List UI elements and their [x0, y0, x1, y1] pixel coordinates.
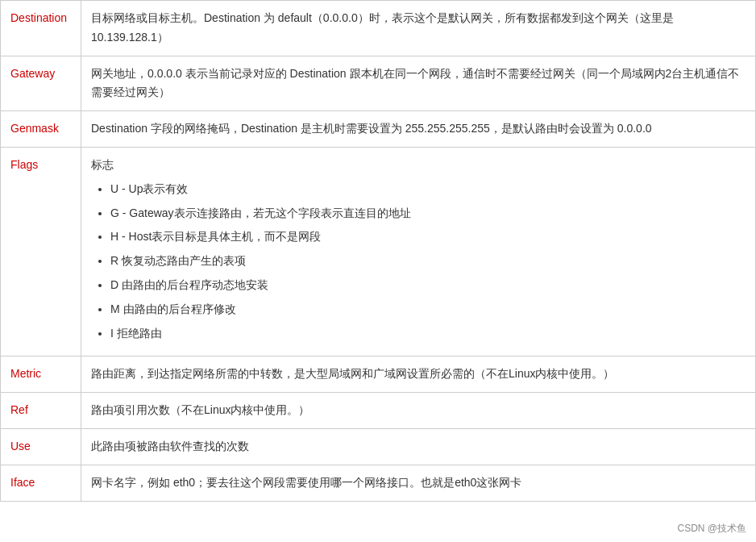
- flag-item: R 恢复动态路由产生的表项: [110, 252, 746, 271]
- table-row: Ref路由项引用次数（不在Linux内核中使用。）: [1, 393, 756, 429]
- row-content-genmask: Destination 字段的网络掩码，Destination 是主机时需要设置…: [81, 111, 756, 148]
- row-content-gateway: 网关地址，0.0.0.0 表示当前记录对应的 Destination 跟本机在同…: [81, 56, 756, 111]
- flags-title: 标志: [91, 156, 746, 175]
- row-content-use: 此路由项被路由软件查找的次数: [81, 428, 756, 465]
- flag-item: H - Host表示目标是具体主机，而不是网段: [110, 227, 746, 247]
- table-row: Flags标志U - Up表示有效G - Gateway表示连接路由，若无这个字…: [1, 147, 756, 356]
- flag-item: G - Gateway表示连接路由，若无这个字段表示直连目的地址: [110, 204, 746, 223]
- watermark: CSDN @技术鱼: [677, 522, 746, 536]
- flags-list: U - Up表示有效G - Gateway表示连接路由，若无这个字段表示直连目的…: [91, 180, 746, 344]
- row-label-metric: Metric: [1, 356, 81, 393]
- row-label-ref: Ref: [1, 393, 81, 429]
- flag-item: U - Up表示有效: [110, 180, 746, 199]
- row-label-use: Use: [1, 428, 81, 465]
- routing-table: Destination目标网络或目标主机。Destination 为 defau…: [0, 0, 756, 502]
- row-content-iface: 网卡名字，例如 eth0；要去往这个网段需要使用哪一个网络接口。也就是eth0这…: [81, 465, 756, 501]
- flag-item: M 由路由的后台程序修改: [110, 300, 746, 319]
- flag-item: D 由路由的后台程序动态地安装: [110, 276, 746, 295]
- row-content-flags: 标志U - Up表示有效G - Gateway表示连接路由，若无这个字段表示直连…: [81, 147, 756, 356]
- row-content-ref: 路由项引用次数（不在Linux内核中使用。）: [81, 393, 756, 429]
- row-label-gateway: Gateway: [1, 56, 81, 111]
- table-row: Use此路由项被路由软件查找的次数: [1, 428, 756, 465]
- row-label-destination: Destination: [1, 1, 81, 56]
- table-row: GenmaskDestination 字段的网络掩码，Destination 是…: [1, 111, 756, 148]
- table-row: Iface网卡名字，例如 eth0；要去往这个网段需要使用哪一个网络接口。也就是…: [1, 465, 756, 501]
- table-row: Gateway网关地址，0.0.0.0 表示当前记录对应的 Destinatio…: [1, 56, 756, 111]
- flag-item: I 拒绝路由: [110, 324, 746, 344]
- table-row: Metric路由距离，到达指定网络所需的中转数，是大型局域网和广域网设置所必需的…: [1, 356, 756, 393]
- row-label-genmask: Genmask: [1, 111, 81, 148]
- row-label-iface: Iface: [1, 465, 81, 501]
- table-row: Destination目标网络或目标主机。Destination 为 defau…: [1, 1, 756, 56]
- row-label-flags: Flags: [1, 147, 81, 356]
- row-content-destination: 目标网络或目标主机。Destination 为 default（0.0.0.0）…: [81, 1, 756, 56]
- row-content-metric: 路由距离，到达指定网络所需的中转数，是大型局域网和广域网设置所必需的（不在Lin…: [81, 356, 756, 393]
